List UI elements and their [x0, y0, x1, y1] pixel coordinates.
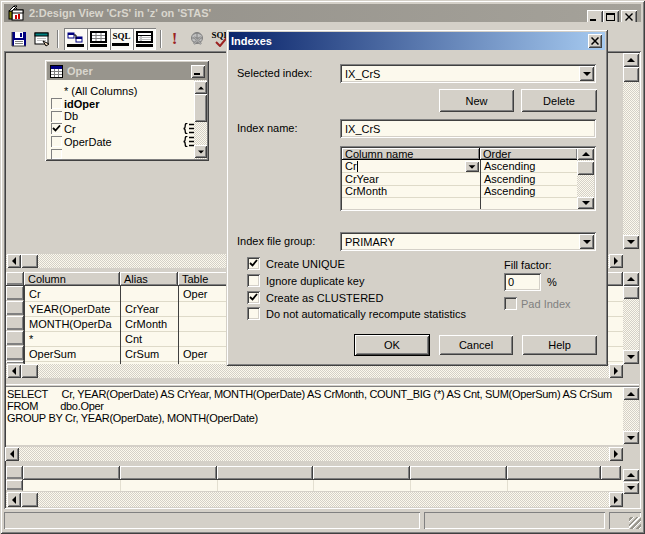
- index-name-field[interactable]: IX_CrS: [340, 119, 596, 138]
- resize-grip[interactable]: [629, 517, 641, 529]
- scroll-up-button[interactable]: [577, 148, 594, 160]
- grid-vscrollbar[interactable]: [623, 272, 639, 364]
- help-button[interactable]: Help: [522, 335, 597, 355]
- grid-cell[interactable]: CrSum: [121, 346, 177, 361]
- column-row-operdate[interactable]: OperDate: [47, 135, 194, 148]
- column-checkbox[interactable]: [51, 98, 62, 109]
- results-vscrollbar[interactable]: [623, 469, 639, 494]
- show-sql-pane-button[interactable]: SQL: [110, 28, 133, 50]
- show-grid-pane-button[interactable]: [87, 28, 110, 50]
- row-selector[interactable]: [6, 316, 24, 331]
- checkbox-box[interactable]: [247, 257, 260, 270]
- index-file-group-dropdown-button[interactable]: [579, 234, 594, 249]
- scroll-thumb[interactable]: [21, 254, 38, 268]
- grid-cell[interactable]: [121, 286, 177, 301]
- scroll-up-button[interactable]: [623, 387, 639, 400]
- index-file-group-combobox[interactable]: PRIMARY: [340, 232, 596, 251]
- index-grid-scrollbar[interactable]: [577, 148, 594, 209]
- table-window-oper[interactable]: Oper * (All Columns) idOper Db: [45, 60, 209, 161]
- properties-button[interactable]: [30, 28, 53, 50]
- index-column-row[interactable]: Cr Ascending: [342, 160, 577, 173]
- column-checkbox-checked[interactable]: [51, 123, 62, 134]
- grid-cell[interactable]: MONTH(OperDa: [25, 316, 119, 331]
- scroll-up-button[interactable]: [623, 53, 639, 67]
- column-checkbox[interactable]: [51, 111, 62, 122]
- column-checkbox[interactable]: [51, 149, 62, 159]
- down-arrow-icon: [627, 355, 635, 359]
- grid-cell[interactable]: YEAR(OperDate: [25, 301, 119, 316]
- grid-header-alias[interactable]: Alias: [120, 272, 178, 286]
- column-row-cr[interactable]: Cr: [47, 122, 194, 135]
- scroll-up-button[interactable]: [623, 469, 639, 481]
- scroll-thumb[interactable]: [623, 67, 639, 82]
- column-row-partial[interactable]: [47, 148, 194, 159]
- column-cell-dropdown-button[interactable]: [465, 161, 479, 172]
- column-row-idoper[interactable]: idOper: [47, 97, 194, 110]
- grid-cell[interactable]: CrYear: [121, 301, 177, 316]
- grid-cell[interactable]: *: [25, 331, 119, 346]
- scroll-thumb[interactable]: [194, 94, 207, 122]
- show-results-pane-button[interactable]: [133, 28, 156, 50]
- grid-cell[interactable]: Cnt: [121, 331, 177, 346]
- sql-pane[interactable]: SELECT Cr, YEAR(OperDate) AS CrYear, MON…: [6, 387, 623, 445]
- status-panel-main: [4, 512, 420, 529]
- run-button[interactable]: !: [163, 28, 186, 50]
- table-titlebar[interactable]: Oper: [47, 62, 207, 80]
- scroll-right-button[interactable]: [609, 492, 623, 507]
- checkbox-box[interactable]: [247, 291, 260, 304]
- cancel-button[interactable]: Cancel: [439, 335, 513, 355]
- stop-button[interactable]: [186, 28, 209, 50]
- grid-cell[interactable]: CrMonth: [121, 316, 177, 331]
- checkbox-box[interactable]: [247, 274, 260, 287]
- dialog-close-button[interactable]: [588, 34, 602, 48]
- table-minimize-button[interactable]: [191, 65, 205, 78]
- row-selector[interactable]: [6, 286, 24, 301]
- scroll-left-button[interactable]: [7, 364, 21, 378]
- scroll-left-button[interactable]: [7, 492, 21, 507]
- diagram-vscrollbar[interactable]: [623, 53, 639, 249]
- scroll-up-button[interactable]: [194, 81, 207, 94]
- grid-cell[interactable]: Cr: [25, 286, 119, 301]
- column-row-all[interactable]: * (All Columns): [64, 84, 189, 97]
- new-button[interactable]: New: [439, 89, 514, 112]
- scroll-thumb[interactable]: [577, 161, 594, 175]
- show-diagram-pane-button[interactable]: [64, 28, 87, 50]
- sql-vscrollbar[interactable]: [623, 387, 639, 444]
- index-column-row[interactable]: CrMonth Ascending: [342, 185, 577, 198]
- scroll-thumb[interactable]: [21, 364, 38, 378]
- down-arrow-icon: [627, 240, 635, 244]
- index-column-row[interactable]: CrYear Ascending: [342, 173, 577, 185]
- grid-header-column[interactable]: Column: [24, 272, 120, 286]
- grid-hscrollbar[interactable]: [6, 364, 623, 378]
- delete-button[interactable]: Delete: [521, 89, 597, 112]
- row-selector[interactable]: [6, 331, 24, 346]
- row-selector[interactable]: [6, 301, 24, 316]
- checkbox-box[interactable]: [247, 307, 260, 320]
- scroll-left-button[interactable]: [5, 447, 19, 461]
- scroll-right-button[interactable]: [609, 254, 623, 268]
- scroll-down-button[interactable]: [623, 482, 639, 494]
- save-button[interactable]: [7, 28, 30, 50]
- scroll-thumb[interactable]: [623, 286, 639, 299]
- scroll-right-button[interactable]: [609, 447, 623, 461]
- scroll-right-button[interactable]: [609, 364, 623, 378]
- scroll-down-button[interactable]: [577, 197, 594, 209]
- scroll-down-button[interactable]: [623, 235, 639, 249]
- scroll-up-button[interactable]: [623, 272, 639, 286]
- grid-cell[interactable]: OperSum: [25, 346, 119, 361]
- scroll-thumb[interactable]: [21, 492, 38, 507]
- selected-index-dropdown-button[interactable]: [579, 66, 594, 81]
- table-scrollbar[interactable]: [194, 80, 207, 159]
- scroll-left-button[interactable]: [7, 254, 21, 268]
- row-selector[interactable]: [6, 346, 24, 361]
- ok-button[interactable]: OK: [354, 334, 430, 356]
- scroll-down-button[interactable]: [623, 431, 639, 444]
- sql-hscrollbar[interactable]: [5, 447, 623, 461]
- results-hscrollbar[interactable]: [6, 492, 623, 507]
- column-checkbox[interactable]: [51, 136, 62, 147]
- scroll-down-button[interactable]: [623, 350, 639, 364]
- selected-index-combobox[interactable]: IX_CrS: [340, 64, 596, 83]
- fill-factor-field[interactable]: 0: [504, 273, 541, 291]
- dialog-titlebar[interactable]: Indexes: [229, 32, 605, 50]
- scroll-down-button[interactable]: [194, 145, 207, 158]
